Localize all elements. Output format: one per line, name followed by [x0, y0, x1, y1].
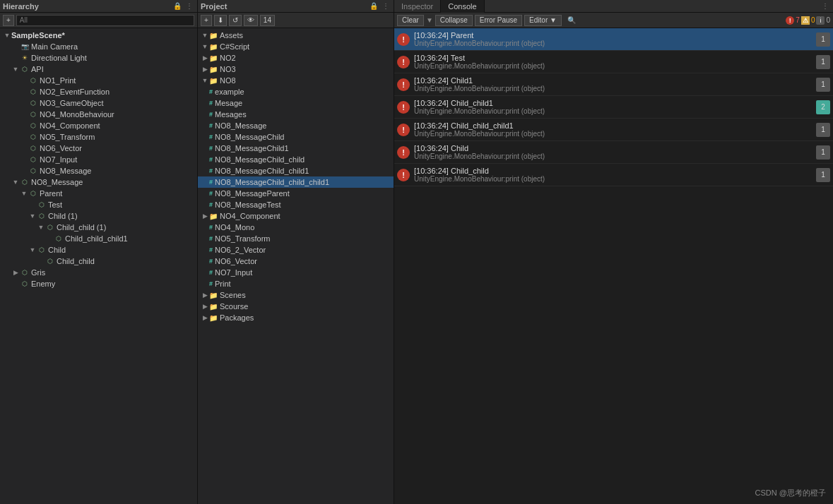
log-entry-2[interactable]: ! [10:36:24] Test UnityEngine.MonoBehavi…: [394, 51, 833, 73]
project-14-btn[interactable]: 14: [260, 15, 275, 26]
label-no4mb: NO4_MonoBehaviour: [40, 110, 114, 119]
project-import-btn[interactable]: ⬇: [214, 15, 227, 26]
project-item-packages[interactable]: ▶ 📁 Packages: [198, 312, 394, 323]
project-item-mesages[interactable]: # Mesages: [198, 109, 394, 120]
tree-item-childchild1[interactable]: ▼ ⬡ Child_child (1): [0, 222, 197, 233]
label-no5: NO5_Transform: [40, 133, 95, 141]
arrow-scenes: ▶: [201, 292, 209, 299]
label-no4mono: NO4_Mono: [215, 223, 254, 232]
tree-item-enemy[interactable]: ⬡ Enemy: [0, 278, 197, 289]
label-no62vec: NO6_2_Vector: [215, 246, 266, 254]
project-item-no4mono[interactable]: # NO4_Mono: [198, 222, 394, 233]
project-item-example[interactable]: # example: [198, 86, 394, 97]
project-item-no6vec[interactable]: # NO6_Vector: [198, 256, 394, 267]
hierarchy-tree: ▼ SampleScene* 📷 Main Camera ☀ Direction…: [0, 28, 197, 504]
project-item-no7inp[interactable]: # NO7_Input: [198, 267, 394, 278]
tree-item-api[interactable]: ▼ ⬡ API: [0, 64, 197, 75]
project-item-no5trans[interactable]: # NO5_Transform: [198, 233, 394, 244]
error-pause-button[interactable]: Error Pause: [475, 15, 522, 26]
log-text-3: [10:36:24] Child1 UnityEngine.MonoBehavi…: [414, 76, 816, 92]
project-add-btn[interactable]: +: [201, 15, 212, 26]
project-item-mesage[interactable]: # Mesage: [198, 97, 394, 109]
tree-item-main-camera[interactable]: 📷 Main Camera: [0, 41, 197, 52]
log-entry-6[interactable]: ! [10:36:24] Child UnityEngine.MonoBehav…: [394, 141, 833, 164]
log-entry-5[interactable]: ! [10:36:24] Child_child_child1 UnityEng…: [394, 119, 833, 141]
project-item-no8message[interactable]: # NO8_Message: [198, 120, 394, 131]
tree-item-no8msg[interactable]: ⬡ NO8_Message: [0, 165, 197, 176]
editor-button[interactable]: Editor ▼: [524, 15, 562, 26]
tree-item-child1[interactable]: ▼ ⬡ Child (1): [0, 210, 197, 222]
log-sub-7: UnityEngine.MonoBehaviour:print (object): [414, 175, 816, 183]
tab-inspector[interactable]: Inspector: [394, 0, 441, 13]
console-search-icon[interactable]: 🔍: [567, 16, 577, 25]
project-tree: ▼ 📁 Assets ▼ 📁 C#Script ▶ 📁 NO2 ▶ 📁 NO3 …: [198, 28, 394, 504]
tree-item-no8msg2[interactable]: ▼ ⬡ NO8_Message: [0, 176, 197, 188]
tree-item-childchild2[interactable]: ⬡ Child_child: [0, 256, 197, 267]
project-item-no4comp[interactable]: ▶ 📁 NO4_Component: [198, 210, 394, 222]
hierarchy-menu-icon[interactable]: ⋮: [184, 1, 194, 11]
tree-item-samplescene[interactable]: ▼ SampleScene*: [0, 30, 197, 41]
tree-item-no6[interactable]: ⬡ NO6_Vector: [0, 143, 197, 154]
tree-item-parent[interactable]: ▼ ⬡ Parent: [0, 188, 197, 199]
arrow-csharp: ▼: [201, 43, 209, 50]
project-item-no8messagechild1[interactable]: # NO8_MessageChild1: [198, 143, 394, 154]
project-item-no8mc-cc1[interactable]: # NO8_MessageChild_child_child1: [198, 176, 394, 188]
icon-no3: ⬡: [28, 98, 38, 108]
project-item-print[interactable]: # Print: [198, 278, 394, 289]
tree-item-no2[interactable]: ⬡ NO2_EventFunction: [0, 86, 197, 97]
project-item-scenes[interactable]: ▶ 📁 Scenes: [198, 289, 394, 301]
project-item-csharp[interactable]: ▼ 📁 C#Script: [198, 41, 394, 52]
right-menu-icon[interactable]: ⋮: [820, 1, 830, 11]
tree-item-childchildchild[interactable]: ⬡ Child_child_child1: [0, 233, 197, 244]
project-refresh-btn[interactable]: ↺: [229, 15, 242, 26]
label-no1: NO1_Print: [40, 76, 76, 85]
project-item-no8messagechild[interactable]: # NO8_MessageChild: [198, 131, 394, 143]
hierarchy-lock-icon[interactable]: 🔒: [172, 1, 182, 11]
folder-icon-scenes: 📁: [209, 292, 218, 299]
project-item-no8mp[interactable]: # NO8_MessageParent: [198, 188, 394, 199]
log-sub-5: UnityEngine.MonoBehaviour:print (object): [414, 130, 816, 138]
tree-item-no4c[interactable]: ⬡ NO4_Component: [0, 120, 197, 131]
hierarchy-panel: Hierarchy 🔒 ⋮ + ▼ SampleScene* 📷 Main Ca…: [0, 0, 198, 504]
tree-item-gris[interactable]: ▶ ⬡ Gris: [0, 267, 197, 278]
tree-item-child2[interactable]: ▼ ⬡ Child: [0, 244, 197, 256]
tree-item-no3[interactable]: ⬡ NO3_GameObject: [0, 97, 197, 109]
project-item-no8mc-child1[interactable]: # NO8_MessageChild_child1: [198, 165, 394, 176]
log-text-7: [10:36:24] Child_child UnityEngine.MonoB…: [414, 167, 816, 183]
tab-console[interactable]: Console: [441, 0, 484, 13]
log-entry-7[interactable]: ! [10:36:24] Child_child UnityEngine.Mon…: [394, 164, 833, 186]
folder-icon-no3f: 📁: [209, 66, 218, 73]
project-lock-icon[interactable]: 🔒: [369, 1, 379, 11]
project-item-scourse[interactable]: ▶ 📁 Scourse: [198, 301, 394, 312]
folder-icon-scourse: 📁: [209, 303, 218, 311]
hierarchy-search-input[interactable]: [16, 15, 194, 26]
clear-button[interactable]: Clear: [397, 15, 424, 26]
arrow-assets: ▼: [201, 32, 209, 39]
icon-test: ⬡: [37, 200, 47, 210]
tree-item-no4mb[interactable]: ⬡ NO4_MonoBehaviour: [0, 109, 197, 120]
project-menu-icon[interactable]: ⋮: [381, 1, 391, 11]
project-eye-btn[interactable]: 👁: [244, 15, 258, 26]
project-item-assets[interactable]: ▼ 📁 Assets: [198, 30, 394, 41]
project-item-no2f[interactable]: ▶ 📁 NO2: [198, 52, 394, 64]
log-entry-1[interactable]: ! [10:36:24] Parent UnityEngine.MonoBeha…: [394, 28, 833, 51]
hierarchy-add-btn[interactable]: +: [3, 15, 14, 26]
log-entry-3[interactable]: ! [10:36:24] Child1 UnityEngine.MonoBeha…: [394, 73, 833, 96]
tree-item-no7[interactable]: ⬡ NO7_Input: [0, 154, 197, 165]
tree-item-dir-light[interactable]: ☀ Directional Light: [0, 52, 197, 64]
log-main-5: [10:36:24] Child_child_child1: [414, 121, 816, 130]
tree-item-test[interactable]: ⬡ Test: [0, 199, 197, 210]
project-item-no8mt[interactable]: # NO8_MessageTest: [198, 199, 394, 210]
tree-item-no5[interactable]: ⬡ NO5_Transform: [0, 131, 197, 143]
collapse-button[interactable]: Collapse: [435, 15, 473, 26]
log-text-2: [10:36:24] Test UnityEngine.MonoBehaviou…: [414, 54, 816, 70]
arrow-samplescene: ▼: [3, 32, 11, 39]
project-item-no8f[interactable]: ▼ 📁 NO8: [198, 75, 394, 86]
icon-dir-light: ☀: [20, 53, 30, 63]
project-item-no62vec[interactable]: # NO6_2_Vector: [198, 244, 394, 256]
label-no8mt: NO8_MessageTest: [215, 200, 281, 209]
project-item-no3f[interactable]: ▶ 📁 NO3: [198, 64, 394, 75]
tree-item-no1[interactable]: ⬡ NO1_Print: [0, 75, 197, 86]
project-item-no8mc-child[interactable]: # NO8_MessageChild_child: [198, 154, 394, 165]
log-entry-4[interactable]: ! [10:36:24] Child_child1 UnityEngine.Mo…: [394, 96, 833, 119]
